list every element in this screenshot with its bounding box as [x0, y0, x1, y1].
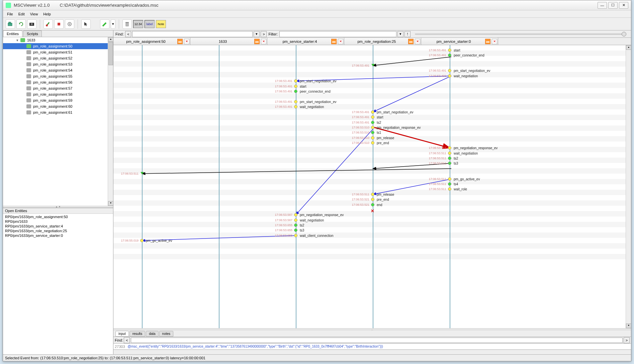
tree-item[interactable]: pm_role_assignment:58	[3, 91, 113, 97]
tree-item[interactable]: pm_role_assignment:51	[3, 49, 113, 55]
maximize-button[interactable]: ☐	[608, 2, 618, 9]
clear-button[interactable]	[43, 19, 53, 29]
detail-hscrollbar[interactable]	[113, 350, 631, 354]
tree-scrollbar[interactable]: ▴ ▾	[108, 37, 113, 206]
refresh-button[interactable]	[16, 19, 26, 29]
tab-entities[interactable]: Entities	[3, 30, 22, 37]
marker-dropdown[interactable]: ▾	[111, 19, 115, 29]
pointer-tool[interactable]	[81, 19, 91, 29]
btab-results[interactable]: results	[129, 331, 145, 337]
msc-chart[interactable]: ▴ ▾ 17:06:53.491start17:06:53.491peer_co…	[113, 45, 631, 328]
tree-item[interactable]: pm_role_assignment:52	[3, 55, 113, 61]
toggle-timestamps[interactable]: 12.34	[133, 20, 143, 28]
toggle-labels[interactable]: label	[145, 20, 155, 28]
tree-item[interactable]: pm_role_assignment:53	[3, 61, 113, 67]
open-button[interactable]	[6, 19, 15, 29]
lane-collapse-button[interactable]: ▬	[177, 39, 183, 44]
btab-notes[interactable]: notes	[159, 331, 173, 337]
event-dot[interactable]	[448, 74, 451, 78]
btab-input[interactable]: input	[115, 331, 129, 337]
event-dot[interactable]	[448, 157, 451, 160]
lane-close-button[interactable]: ✕	[338, 39, 343, 44]
btab-data[interactable]: data	[146, 331, 158, 337]
minimize-button[interactable]: —	[598, 2, 607, 9]
event-dot[interactable]	[448, 49, 451, 52]
event-dot[interactable]	[371, 203, 374, 206]
open-entity-item[interactable]: RP0/pm/1633	[5, 219, 111, 224]
open-entities-list[interactable]: RP0/pm/1633/pm_role_assignment:50RP0/pm/…	[3, 214, 113, 354]
marker-tool[interactable]	[100, 19, 109, 29]
event-dot[interactable]	[448, 162, 451, 165]
toggle-notes[interactable]: Note	[156, 20, 166, 28]
tree-item[interactable]: pm_role_assignment:56	[3, 79, 113, 85]
event-dot[interactable]	[140, 239, 144, 242]
event-dot[interactable]	[448, 177, 451, 181]
zoom-thumb[interactable]	[622, 32, 626, 36]
event-dot[interactable]	[294, 229, 297, 232]
event-dot[interactable]	[371, 141, 374, 145]
menu-view[interactable]: View	[27, 11, 41, 17]
chart-scrollbar-v[interactable]: ▴ ▾	[626, 45, 631, 328]
event-dot[interactable]	[294, 218, 297, 222]
event-dot[interactable]	[448, 146, 451, 150]
menu-file[interactable]: File	[4, 11, 16, 17]
lane-close-button[interactable]: ✕	[261, 39, 266, 44]
lane-close-button[interactable]: ✕	[415, 39, 420, 44]
lane-collapse-button[interactable]: ▬	[485, 39, 490, 44]
event-dot[interactable]	[371, 193, 374, 196]
event-dot[interactable]	[294, 90, 297, 93]
entity-tree[interactable]: ▾ 1633 pm_role_assignment:50pm_role_assi…	[3, 37, 113, 206]
event-dot[interactable]	[448, 152, 451, 155]
zoom-slider[interactable]	[415, 33, 626, 35]
detail-find-prev[interactable]: <	[124, 337, 130, 343]
event-dot[interactable]	[371, 131, 374, 134]
lane-collapse-button[interactable]: ▬	[254, 39, 260, 44]
transition-marker[interactable]	[371, 64, 375, 67]
tree-item[interactable]: pm_role_assignment:54	[3, 67, 113, 73]
tree-item[interactable]: pm_role_assignment:60	[3, 103, 113, 109]
camera-button[interactable]	[27, 19, 36, 29]
termination-mark[interactable]: ✕	[371, 208, 375, 212]
close-button[interactable]: ✕	[619, 2, 628, 9]
filter-dropdown[interactable]: ▾	[397, 31, 403, 37]
transition-marker[interactable]	[141, 172, 144, 175]
find-prev[interactable]: <	[125, 31, 131, 37]
event-dot[interactable]	[371, 110, 374, 114]
event-dot[interactable]	[294, 100, 297, 103]
event-dot[interactable]	[371, 136, 374, 140]
lane-close-button[interactable]: ✕	[184, 39, 189, 44]
event-dot[interactable]	[294, 213, 297, 216]
event-dot[interactable]	[294, 105, 297, 108]
event-dot[interactable]	[448, 54, 451, 57]
event-dot[interactable]	[371, 126, 374, 129]
event-dot[interactable]	[294, 79, 297, 83]
find-dropdown[interactable]: ▾	[254, 31, 260, 37]
event-dot[interactable]	[294, 234, 297, 237]
tree-item[interactable]: pm_role_assignment:59	[3, 97, 113, 103]
menu-edit[interactable]: Edit	[16, 11, 27, 17]
find-input[interactable]	[132, 31, 253, 37]
event-dot[interactable]	[371, 198, 374, 201]
trash-button[interactable]	[122, 19, 132, 29]
find-next[interactable]: >	[261, 31, 267, 37]
open-entity-item[interactable]: RP0/pm/1633/pm_service_starter:4	[5, 224, 111, 229]
event-dot[interactable]	[448, 182, 451, 186]
tree-item[interactable]: pm_role_assignment:61	[3, 109, 113, 115]
event-dot[interactable]	[448, 187, 451, 191]
filter-excl[interactable]: !	[404, 31, 411, 37]
tree-item[interactable]: pm_role_assignment:55	[3, 73, 113, 79]
tree-root[interactable]: ▾ 1633	[3, 37, 113, 43]
menu-help[interactable]: Help	[40, 11, 54, 17]
lane-collapse-button[interactable]: ▬	[408, 39, 414, 44]
delete-button[interactable]	[54, 19, 64, 29]
event-dot[interactable]	[294, 85, 297, 88]
open-entity-item[interactable]: RP0/pm/1633/pm_service_starter:0	[5, 233, 111, 238]
event-dot[interactable]	[448, 69, 451, 72]
detail-find-next[interactable]: >	[624, 337, 630, 343]
tree-item[interactable]: pm_role_assignment:50	[3, 43, 113, 49]
lane-collapse-button[interactable]: ▬	[331, 39, 337, 44]
open-entity-item[interactable]: RP0/pm/1633/pm_role_negotiation:25	[5, 229, 111, 233]
filter-input[interactable]	[279, 31, 396, 37]
settings-button[interactable]	[65, 19, 74, 29]
event-dot[interactable]	[371, 115, 374, 119]
